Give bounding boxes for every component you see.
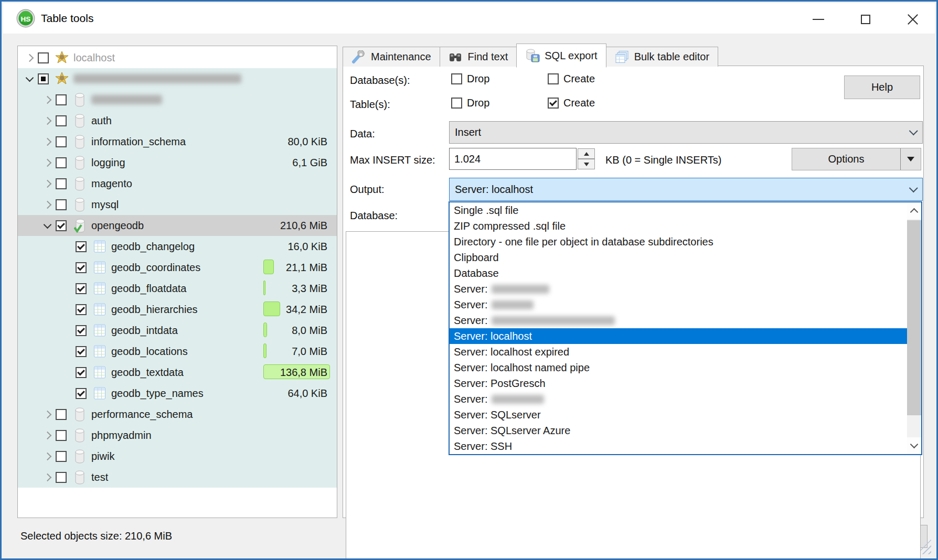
tree-checkbox[interactable]: [56, 409, 67, 420]
tree-checkbox[interactable]: [76, 325, 87, 336]
chevron-down-icon[interactable]: [902, 122, 922, 143]
tree-checkbox[interactable]: [56, 94, 67, 105]
tree-collapsed-chevron-icon[interactable]: [39, 89, 56, 110]
tree-checkbox[interactable]: [56, 199, 67, 210]
close-window-button[interactable]: [896, 6, 930, 33]
tree-collapsed-chevron-icon[interactable]: [39, 173, 56, 194]
dropdown-item-server-localhost-named-pipe[interactable]: Server: localhost named pipe: [450, 360, 921, 375]
tree-expanded-chevron-icon[interactable]: [39, 215, 56, 236]
tree-row-piwik[interactable]: piwik: [18, 446, 337, 467]
tree-row-localhost[interactable]: localhost: [18, 47, 337, 68]
minimize-button[interactable]: [801, 6, 836, 33]
tree-row-logging[interactable]: logging6,1 GiB: [18, 152, 337, 173]
tree-row-redacted[interactable]: [18, 89, 337, 110]
tree-collapsed-chevron-icon[interactable]: [39, 194, 56, 215]
tree-checkbox[interactable]: [56, 451, 67, 462]
tree-checkbox[interactable]: [76, 283, 87, 294]
tree-row-geodb_coordinates[interactable]: geodb_coordinates21,1 MiB: [18, 257, 337, 278]
tree-expanded-chevron-icon[interactable]: [21, 68, 38, 89]
scroll-down-icon[interactable]: [907, 437, 921, 454]
maximize-button[interactable]: [848, 6, 883, 33]
dropdown-item-redacted[interactable]: Server:: [450, 391, 921, 407]
tree-row-phpmyadmin[interactable]: phpmyadmin: [18, 425, 337, 446]
db-create-checkbox-row[interactable]: Create: [548, 73, 595, 85]
dropdown-item-single-sql-file[interactable]: Single .sql file: [450, 202, 921, 218]
dropdown-item-redacted[interactable]: Server:: [450, 297, 921, 313]
dropdown-scrollbar[interactable]: [907, 202, 921, 454]
db-drop-checkbox[interactable]: [451, 73, 462, 84]
tree-collapsed-chevron-icon[interactable]: [39, 467, 56, 488]
tree-collapsed-chevron-icon[interactable]: [39, 110, 56, 131]
options-split-button[interactable]: Options: [792, 148, 921, 170]
chevron-down-icon[interactable]: [902, 178, 922, 200]
dropdown-item-server-sqlserver[interactable]: Server: SQLserver: [450, 407, 921, 423]
table-drop-checkbox[interactable]: [451, 98, 462, 109]
dropdown-item-server-sqlserver-azure[interactable]: Server: SQLserver Azure: [450, 423, 921, 438]
tab-sql-export[interactable]: SQL export: [516, 44, 606, 68]
tree-collapsed-chevron-icon[interactable]: [21, 47, 38, 68]
tree-collapsed-chevron-icon[interactable]: [39, 152, 56, 173]
dropdown-item-server-ssh[interactable]: Server: SSH: [450, 438, 921, 454]
dropdown-item-database[interactable]: Database: [450, 265, 921, 281]
dropdown-item-clipboard[interactable]: Clipboard: [450, 250, 921, 265]
table-drop-checkbox-row[interactable]: Drop: [451, 97, 489, 109]
tree-row-redacted[interactable]: [18, 68, 337, 89]
tree-row-geodb_locations[interactable]: geodb_locations7,0 MiB: [18, 341, 337, 362]
tab-find-text[interactable]: Find text: [440, 47, 517, 67]
help-button[interactable]: Help: [844, 76, 920, 99]
tab-bulk-table-editor[interactable]: Bulk table editor: [606, 47, 718, 67]
tab-maintenance[interactable]: Maintenance: [343, 47, 440, 67]
dropdown-item-server-localhost-expired[interactable]: Server: localhost expired: [450, 344, 921, 360]
spin-down-button[interactable]: [578, 159, 595, 169]
tree-row-performance_schema[interactable]: performance_schema: [18, 404, 337, 425]
db-drop-checkbox-row[interactable]: Drop: [451, 73, 489, 85]
tree-row-geodb_intdata[interactable]: geodb_intdata8,0 MiB: [18, 320, 337, 341]
tree-row-magento[interactable]: magento: [18, 173, 337, 194]
db-create-checkbox[interactable]: [548, 73, 559, 84]
tree-checkbox[interactable]: [76, 262, 87, 273]
tree-row-test[interactable]: test: [18, 467, 337, 488]
spin-up-button[interactable]: [578, 148, 595, 159]
tree-checkbox[interactable]: [56, 430, 67, 441]
dropdown-item-redacted[interactable]: Server:: [450, 313, 921, 328]
tree-checkbox[interactable]: [76, 304, 87, 315]
dropdown-item-server-postgresch[interactable]: Server: PostGresch: [450, 375, 921, 391]
tree-row-geodb_type_names[interactable]: geodb_type_names64,0 KiB: [18, 383, 337, 404]
tree-row-geodb_hierarchies[interactable]: geodb_hierarchies34,2 MiB: [18, 299, 337, 320]
tree-collapsed-chevron-icon[interactable]: [39, 404, 56, 425]
tree-checkbox[interactable]: [38, 73, 49, 84]
tree-checkbox[interactable]: [76, 241, 87, 252]
tree-checkbox[interactable]: [56, 115, 67, 126]
dropdown-item-directory-one-file-per-object-in-database-subdirectories[interactable]: Directory - one file per object in datab…: [450, 234, 921, 250]
tree-row-mysql[interactable]: mysql: [18, 194, 337, 215]
tree-row-geodb_changelog[interactable]: geodb_changelog16,0 KiB: [18, 236, 337, 257]
tree-collapsed-chevron-icon[interactable]: [39, 425, 56, 446]
table-create-checkbox-row[interactable]: Create: [548, 97, 595, 109]
max-insert-size-input[interactable]: [449, 148, 577, 170]
tree-checkbox[interactable]: [76, 346, 87, 357]
dropdown-item-server-localhost[interactable]: Server: localhost: [450, 328, 921, 344]
tree-checkbox[interactable]: [56, 136, 67, 147]
tree-checkbox[interactable]: [56, 178, 67, 189]
dropdown-item-zip-compressed-sql-file[interactable]: ZIP compressed .sql file: [450, 218, 921, 234]
tree-row-auth[interactable]: auth: [18, 110, 337, 131]
tree-row-geodb_floatdata[interactable]: geodb_floatdata3,3 MiB: [18, 278, 337, 299]
tree-checkbox[interactable]: [38, 52, 49, 63]
scroll-up-icon[interactable]: [907, 202, 921, 219]
tree-checkbox[interactable]: [56, 472, 67, 483]
tree-row-opengeodb[interactable]: opengeodb210,6 MiB: [18, 215, 337, 236]
options-dropdown-arrow-icon[interactable]: [900, 148, 921, 170]
tree-checkbox[interactable]: [56, 220, 67, 231]
tree-row-geodb_textdata[interactable]: geodb_textdata136,8 MiB: [18, 362, 337, 383]
tree-collapsed-chevron-icon[interactable]: [39, 446, 56, 467]
tree-checkbox[interactable]: [76, 388, 87, 399]
data-combobox[interactable]: Insert: [449, 121, 923, 144]
tree-checkbox[interactable]: [76, 367, 87, 378]
table-create-checkbox[interactable]: [548, 98, 559, 109]
tree-checkbox[interactable]: [56, 157, 67, 168]
output-combobox[interactable]: Server: localhost: [449, 178, 923, 201]
tree-collapsed-chevron-icon[interactable]: [39, 131, 56, 152]
tree-row-information_schema[interactable]: information_schema80,0 KiB: [18, 131, 337, 152]
object-tree[interactable]: localhostauthinformation_schema80,0 KiBl…: [17, 46, 337, 518]
dropdown-item-redacted[interactable]: Server:: [450, 281, 921, 297]
